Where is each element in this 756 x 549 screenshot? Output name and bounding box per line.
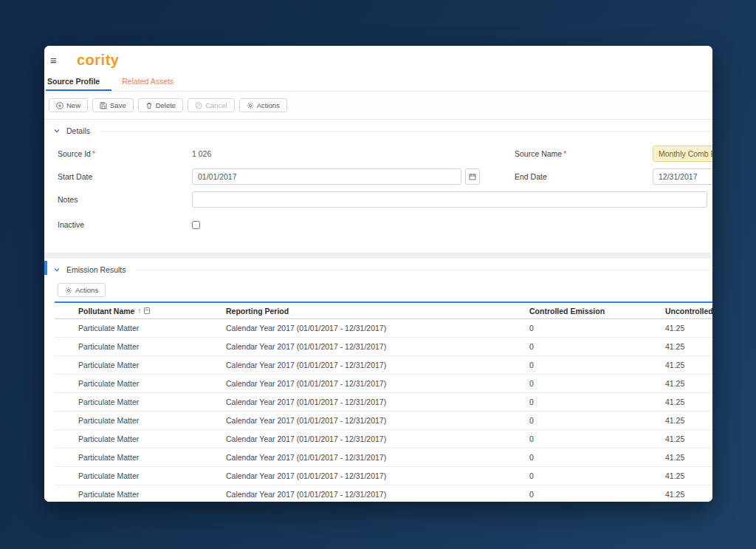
start-date-label: Start Date [44,172,192,181]
sort-ascending-icon[interactable]: ↑ [137,307,141,315]
cell-reporting-period: Calendar Year 2017 (01/01/2017 - 12/31/2… [226,416,386,425]
required-marker: * [92,149,95,158]
cell-controlled-emission: 0 [529,342,534,351]
table-row[interactable]: Particulate Matter Calendar Year 2017 (0… [55,449,712,467]
emission-actions-wrap: Actions [58,283,712,297]
table-row[interactable]: Particulate Matter Calendar Year 2017 (0… [55,375,712,393]
cancel-button-label: Cancel [205,101,227,109]
cell-uncontrolled-emission: 41.25 [665,379,684,388]
cell-uncontrolled-emission: 41.25 [665,434,684,443]
cell-uncontrolled-emission: 41.25 [665,398,684,406]
details-section-header[interactable]: Details [44,120,712,138]
cell-uncontrolled-emission: 41.25 [665,471,684,480]
end-date-field-wrap [653,168,712,185]
notes-label: Notes [44,195,192,204]
trash-icon [145,102,153,109]
emission-table: Pollutant Name ↑ Reporting Period Contro… [55,301,712,502]
section-divider [100,131,712,132]
chevron-down-icon [53,127,61,134]
source-id-value: 1 026 [192,149,211,158]
source-name-field-wrap [653,146,712,162]
actions-button[interactable]: Actions [239,98,287,112]
app-window: ≡ cority Source Profile Related Assets N… [44,46,712,502]
header-reporting-period[interactable]: Reporting Period [226,307,289,316]
cell-controlled-emission: 0 [529,416,534,425]
cell-pollutant-name: Particulate Matter [78,379,139,388]
cell-pollutant-name: Particulate Matter [78,416,139,425]
cell-pollutant-name: Particulate Matter [78,434,139,443]
hamburger-menu-icon[interactable]: ≡ [50,54,66,67]
calendar-icon[interactable] [465,168,480,185]
start-date-input[interactable] [192,168,461,185]
notes-input[interactable] [192,191,707,208]
end-date-input[interactable] [653,168,712,185]
details-form: Source Id* 1 026 Source Name* Start Date… [44,138,712,233]
cell-pollutant-name: Particulate Matter [78,398,139,406]
table-header-row: Pollutant Name ↑ Reporting Period Contro… [55,301,712,319]
form-row-inactive: Inactive [44,216,712,233]
save-button-label: Save [110,101,126,109]
table-row[interactable]: Particulate Matter Calendar Year 2017 (0… [55,485,712,502]
form-row-notes: Notes [44,191,712,208]
cell-reporting-period: Calendar Year 2017 (01/01/2017 - 12/31/2… [226,379,386,388]
header-uncontrolled-emission[interactable]: Uncontrolled Em [665,307,712,316]
emission-results-section: Emission Results Actions Pollutant Name … [44,259,712,502]
cell-uncontrolled-emission: 41.25 [665,361,684,369]
source-name-input[interactable] [653,146,712,162]
required-marker: * [563,149,566,158]
emission-section-title: Emission Results [66,265,126,274]
cell-uncontrolled-emission: 41.25 [665,324,684,333]
section-divider [137,270,712,270]
tab-source-profile[interactable]: Source Profile [46,74,111,91]
new-button[interactable]: New [49,98,88,112]
cell-reporting-period: Calendar Year 2017 (01/01/2017 - 12/31/2… [226,342,386,351]
form-row-start-date: Start Date End Date [44,168,712,185]
gear-icon [65,287,72,294]
cell-reporting-period: Calendar Year 2017 (01/01/2017 - 12/31/2… [226,453,386,462]
gear-icon [247,102,254,109]
emission-actions-label: Actions [75,286,98,294]
header-pollutant-name[interactable]: Pollutant Name ↑ [78,307,150,316]
table-row[interactable]: Particulate Matter Calendar Year 2017 (0… [55,356,712,375]
header-controlled-emission[interactable]: Controlled Emission [529,307,605,316]
cell-controlled-emission: 0 [529,434,534,443]
source-id-label: Source Id* [44,149,192,158]
emission-section-header[interactable]: Emission Results [44,259,712,277]
table-row[interactable]: Particulate Matter Calendar Year 2017 (0… [55,319,712,338]
table-row[interactable]: Particulate Matter Calendar Year 2017 (0… [55,412,712,430]
source-name-label: Source Name* [515,149,566,158]
emission-actions-button[interactable]: Actions [58,283,106,297]
cancel-button[interactable]: Cancel [188,98,235,112]
details-section: Details Source Id* 1 026 Source Name* St… [44,120,712,253]
ban-icon [195,102,202,109]
table-row[interactable]: Particulate Matter Calendar Year 2017 (0… [55,338,712,356]
cell-uncontrolled-emission: 41.25 [665,453,684,462]
cell-reporting-period: Calendar Year 2017 (01/01/2017 - 12/31/2… [226,434,386,443]
cell-controlled-emission: 0 [529,361,534,369]
table-row[interactable]: Particulate Matter Calendar Year 2017 (0… [55,393,712,412]
details-section-title: Details [66,126,90,135]
end-date-label: End Date [515,172,547,181]
delete-button-label: Delete [156,101,176,109]
actions-button-label: Actions [257,101,280,109]
tab-related-assets[interactable]: Related Assets [111,74,184,91]
plus-icon [56,102,63,109]
cell-pollutant-name: Particulate Matter [78,324,139,333]
cell-pollutant-name: Particulate Matter [78,342,139,351]
cell-controlled-emission: 0 [529,324,534,333]
inactive-checkbox[interactable] [192,221,200,229]
toolbar: New Save Delete Cancel Actions [44,92,712,120]
window-body: Details Source Id* 1 026 Source Name* St… [44,120,712,502]
table-row[interactable]: Particulate Matter Calendar Year 2017 (0… [55,430,712,449]
cell-controlled-emission: 0 [529,379,534,388]
cell-reporting-period: Calendar Year 2017 (01/01/2017 - 12/31/2… [226,398,386,406]
chevron-down-icon [53,266,61,273]
delete-button[interactable]: Delete [138,98,183,112]
tab-bar: Source Profile Related Assets [44,74,712,92]
save-button[interactable]: Save [92,98,134,112]
cell-uncontrolled-emission: 41.25 [665,416,684,425]
table-row[interactable]: Particulate Matter Calendar Year 2017 (0… [55,467,712,485]
column-menu-icon[interactable] [144,307,150,314]
cell-reporting-period: Calendar Year 2017 (01/01/2017 - 12/31/2… [226,490,386,499]
cell-pollutant-name: Particulate Matter [78,490,139,499]
